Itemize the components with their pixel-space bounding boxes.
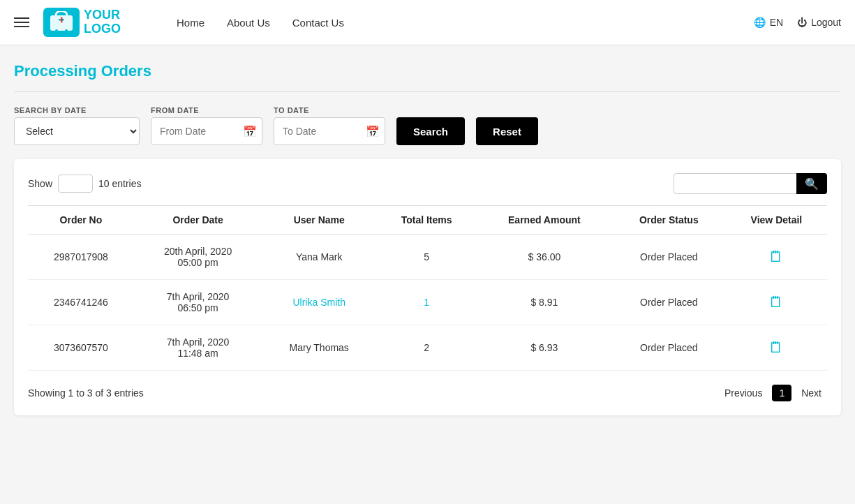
to-date-calendar-icon[interactable]: 📅 <box>366 125 380 138</box>
power-icon: ⏻ <box>797 17 807 28</box>
logo-text: YOUR LOGO <box>84 8 121 36</box>
show-label: Show <box>28 178 52 189</box>
col-total-items: Total Items <box>376 206 477 235</box>
search-by-date-label: SEARCH BY DATE <box>14 106 140 114</box>
page-content: Processing Orders SEARCH BY DATE Select … <box>0 45 855 504</box>
table-header-row: Order No Order Date User Name Total Item… <box>28 206 827 235</box>
cell-view-detail[interactable]: 🗒 <box>726 280 827 325</box>
view-detail-icon[interactable]: 🗒 <box>768 339 784 356</box>
search-by-date-group: SEARCH BY DATE Select <box>14 106 140 145</box>
cell-order-status: Order Placed <box>612 235 726 280</box>
svg-point-3 <box>55 29 58 32</box>
search-button[interactable]: Search <box>396 117 465 145</box>
table-row: 3073607570 7th April, 202011:48 am Mary … <box>28 325 827 371</box>
from-date-label: FROM DATE <box>151 106 262 114</box>
cell-view-detail[interactable]: 🗒 <box>726 325 827 371</box>
navbar-right: 🌐 EN ⏻ Logout <box>754 17 841 28</box>
pagination-info: Showing 1 to 3 of 3 entries <box>28 387 144 399</box>
cell-total-items: 2 <box>376 325 477 371</box>
to-date-label: TO DATE <box>274 106 385 114</box>
logo: YOUR LOGO <box>43 8 121 37</box>
table-search-wrapper: 🔍 <box>674 173 827 194</box>
navbar-left: YOUR LOGO <box>14 8 121 37</box>
previous-button[interactable]: Previous <box>719 385 768 401</box>
cell-earned-amount: $ 36.00 <box>477 235 612 280</box>
next-button[interactable]: Next <box>796 385 827 401</box>
pagination-row: Showing 1 to 3 of 3 entries Previous 1 N… <box>28 385 827 401</box>
hamburger-menu[interactable] <box>14 17 29 27</box>
cell-earned-amount: $ 8.91 <box>477 280 612 325</box>
language-label: EN <box>770 17 783 28</box>
table-row: 2346741246 7th April, 202006:50 pm Ulrik… <box>28 280 827 325</box>
cell-user-name: Ulrika Smith <box>262 280 376 325</box>
cell-order-status: Order Placed <box>612 325 726 371</box>
cell-user-name: Mary Thomas <box>262 325 376 371</box>
cell-order-no: 2346741246 <box>28 280 134 325</box>
table-row: 2987017908 20th April, 202005:00 pm Yana… <box>28 235 827 280</box>
pagination-controls: Previous 1 Next <box>719 385 827 401</box>
col-order-status: Order Status <box>612 206 726 235</box>
view-detail-icon[interactable]: 🗒 <box>768 248 784 265</box>
table-search-button[interactable]: 🔍 <box>796 173 827 194</box>
to-date-group: TO DATE 📅 <box>274 106 385 145</box>
page-number-1[interactable]: 1 <box>772 385 791 401</box>
col-order-no: Order No <box>28 206 134 235</box>
search-by-date-select[interactable]: Select <box>14 117 140 145</box>
globe-icon: 🌐 <box>754 17 766 28</box>
logo-icon <box>43 8 80 37</box>
cell-total-items: 5 <box>376 235 477 280</box>
view-detail-icon[interactable]: 🗒 <box>768 293 784 311</box>
nav-home[interactable]: Home <box>177 17 205 29</box>
table-card: Show 10 10 entries 🔍 Order No Order Date… <box>14 159 841 415</box>
cell-view-detail[interactable]: 🗒 <box>726 235 827 280</box>
language-button[interactable]: 🌐 EN <box>754 17 783 28</box>
nav-contact-us[interactable]: Contact Us <box>292 17 344 29</box>
entries-label: 10 entries <box>98 178 141 189</box>
from-date-wrapper: 📅 <box>151 117 262 145</box>
logout-label: Logout <box>811 17 841 28</box>
orders-table: Order No Order Date User Name Total Item… <box>28 205 827 371</box>
page-title: Processing Orders <box>14 62 841 80</box>
search-filters: SEARCH BY DATE Select FROM DATE 📅 TO DAT… <box>14 106 841 145</box>
cell-order-no: 2987017908 <box>28 235 134 280</box>
svg-rect-2 <box>61 17 63 23</box>
from-date-calendar-icon[interactable]: 📅 <box>243 125 257 138</box>
col-order-date: Order Date <box>134 206 262 235</box>
cell-user-name: Yana Mark <box>262 235 376 280</box>
cell-earned-amount: $ 6.93 <box>477 325 612 371</box>
col-view-detail: View Detail <box>726 206 827 235</box>
reset-button[interactable]: Reset <box>476 117 538 145</box>
navbar-nav: Home About Us Contact Us <box>177 17 344 29</box>
cell-order-no: 3073607570 <box>28 325 134 371</box>
cell-order-date: 7th April, 202011:48 am <box>134 325 262 371</box>
from-date-group: FROM DATE 📅 <box>151 106 262 145</box>
svg-point-4 <box>65 29 68 32</box>
navbar: YOUR LOGO Home About Us Contact Us 🌐 EN … <box>0 0 855 45</box>
to-date-wrapper: 📅 <box>274 117 385 145</box>
table-controls: Show 10 10 entries 🔍 <box>28 173 827 194</box>
nav-about-us[interactable]: About Us <box>227 17 270 29</box>
cell-order-date: 20th April, 202005:00 pm <box>134 235 262 280</box>
search-icon: 🔍 <box>805 178 819 190</box>
col-user-name: User Name <box>262 206 376 235</box>
divider <box>14 91 841 92</box>
col-earned-amount: Earned Amount <box>477 206 612 235</box>
cell-order-date: 7th April, 202006:50 pm <box>134 280 262 325</box>
cell-total-items: 1 <box>376 280 477 325</box>
logout-button[interactable]: ⏻ Logout <box>797 17 841 28</box>
cell-order-status: Order Placed <box>612 280 726 325</box>
show-entries-input[interactable]: 10 <box>58 175 93 193</box>
